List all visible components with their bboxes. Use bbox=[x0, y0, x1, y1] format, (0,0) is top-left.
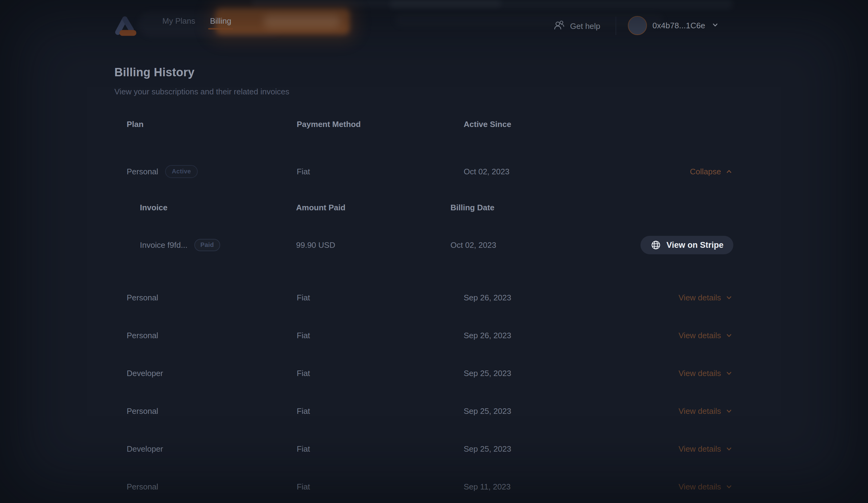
chevron-down-icon bbox=[725, 482, 733, 491]
table-header-row: Plan Payment Method Active Since bbox=[127, 119, 733, 130]
invoice-table-header-row: Invoice Amount Paid Billing Date bbox=[127, 202, 733, 213]
chevron-down-icon bbox=[711, 21, 720, 30]
avatar bbox=[628, 16, 647, 35]
payment-method: Fiat bbox=[297, 331, 464, 340]
header-invoice: Invoice bbox=[140, 203, 296, 213]
view-details-link[interactable]: View details bbox=[679, 331, 733, 340]
active-since: Oct 02, 2023 bbox=[464, 167, 617, 176]
chevron-down-icon bbox=[725, 293, 733, 302]
amount-paid: 99.90 USD bbox=[296, 240, 451, 250]
view-details-link[interactable]: View details bbox=[679, 293, 733, 302]
subscription-rows: Personal Fiat Sep 26, 2023 View details … bbox=[127, 288, 733, 503]
plan-name: Personal bbox=[127, 407, 297, 416]
wallet-address: 0x4b78...1C6e bbox=[652, 21, 705, 30]
status-badge-active: Active bbox=[165, 165, 198, 178]
view-details-link[interactable]: View details bbox=[679, 482, 733, 492]
active-since: Sep 26, 2023 bbox=[464, 331, 617, 340]
chevron-down-icon bbox=[725, 369, 733, 378]
get-help-label: Get help bbox=[570, 21, 600, 31]
nav-divider bbox=[616, 17, 616, 35]
chevron-up-icon bbox=[725, 167, 733, 176]
payment-method: Fiat bbox=[297, 407, 464, 416]
plan-name: Developer bbox=[127, 369, 297, 378]
plan-name: Developer bbox=[127, 444, 297, 454]
invoice-id: Invoice f9fd... bbox=[140, 240, 188, 250]
triangle-logo-icon[interactable] bbox=[114, 16, 138, 38]
redacted-blur bbox=[390, 0, 733, 9]
plan-name: Personal bbox=[127, 331, 297, 340]
header-billing-date: Billing Date bbox=[451, 203, 604, 213]
header-amount-paid: Amount Paid bbox=[296, 203, 451, 213]
globe-icon bbox=[650, 239, 661, 250]
view-on-stripe-button[interactable]: View on Stripe bbox=[640, 236, 733, 254]
payment-method: Fiat bbox=[297, 482, 464, 492]
subscription-row: Developer Fiat Sep 25, 2023 View details bbox=[127, 364, 733, 382]
plan-name: Personal bbox=[127, 482, 297, 492]
subscription-row: Personal Fiat Sep 11, 2023 View details bbox=[127, 478, 733, 496]
status-badge-paid: Paid bbox=[194, 239, 220, 251]
active-since: Sep 25, 2023 bbox=[464, 407, 617, 416]
header-payment-method: Payment Method bbox=[297, 120, 464, 129]
tab-my-plans[interactable]: My Plans bbox=[162, 12, 195, 30]
subscription-row: Personal Fiat Sep 25, 2023 View details bbox=[127, 402, 733, 420]
subscription-row-expanded: Personal Active Fiat Oct 02, 2023 Collap… bbox=[127, 162, 733, 181]
page-title: Billing History bbox=[114, 66, 195, 79]
redacted-blur bbox=[263, 15, 341, 28]
view-details-link[interactable]: View details bbox=[679, 369, 733, 378]
chevron-down-icon bbox=[725, 444, 733, 453]
payment-method: Fiat bbox=[297, 293, 464, 302]
page-subtitle: View your subscriptions and their relate… bbox=[114, 87, 289, 96]
payment-method: Fiat bbox=[297, 444, 464, 454]
payment-method: Fiat bbox=[297, 369, 464, 378]
active-since: Sep 26, 2023 bbox=[464, 293, 617, 302]
header-active-since: Active Since bbox=[464, 120, 617, 129]
tab-billing[interactable]: Billing bbox=[210, 12, 231, 30]
chevron-down-icon bbox=[725, 407, 733, 415]
header-plan: Plan bbox=[127, 120, 297, 129]
view-details-link[interactable]: View details bbox=[679, 444, 733, 454]
payment-method: Fiat bbox=[297, 167, 464, 176]
view-details-link[interactable]: View details bbox=[679, 407, 733, 416]
active-since: Sep 25, 2023 bbox=[464, 369, 617, 378]
plan-name: Personal bbox=[127, 293, 297, 302]
redacted-blur bbox=[251, 0, 501, 7]
chevron-down-icon bbox=[725, 331, 733, 340]
get-help-button[interactable]: Get help bbox=[554, 17, 600, 35]
billing-date: Oct 02, 2023 bbox=[451, 240, 604, 250]
account-menu[interactable]: 0x4b78...1C6e bbox=[628, 16, 720, 36]
subscription-row: Developer Fiat Sep 25, 2023 View details bbox=[127, 440, 733, 458]
billing-page: My Plans Billing Get help 0x4b78...1C6e … bbox=[0, 0, 868, 503]
redacted-promo-button bbox=[215, 8, 350, 34]
subscription-row: Personal Fiat Sep 26, 2023 View details bbox=[127, 288, 733, 307]
active-since: Sep 25, 2023 bbox=[464, 444, 617, 454]
collapse-link[interactable]: Collapse bbox=[690, 167, 733, 176]
active-since: Sep 11, 2023 bbox=[464, 482, 617, 492]
people-icon bbox=[554, 19, 565, 33]
redacted-blur bbox=[395, 14, 663, 26]
plan-name: Personal bbox=[127, 167, 158, 176]
nav-tabs: My Plans Billing bbox=[162, 12, 231, 30]
subscription-row: Personal Fiat Sep 26, 2023 View details bbox=[127, 326, 733, 345]
invoice-row: Invoice f9fd... Paid 99.90 USD Oct 02, 2… bbox=[127, 235, 733, 255]
